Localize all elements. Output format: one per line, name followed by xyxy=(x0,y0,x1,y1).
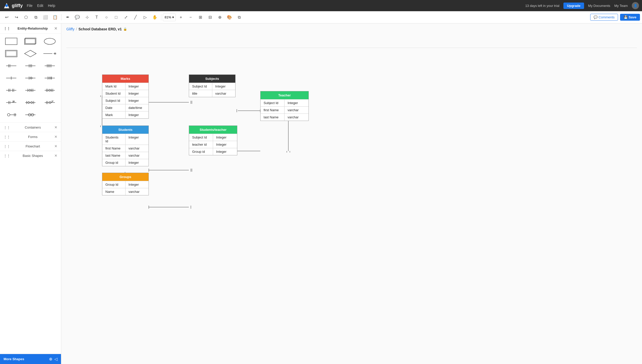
comment-tool[interactable]: 💬 xyxy=(73,13,82,22)
duplicate-button[interactable]: ⧉ xyxy=(31,13,40,22)
table-groups[interactable]: Groups Group Id Integer Name varchar xyxy=(102,173,149,195)
weak-entity-shape[interactable] xyxy=(3,48,20,59)
identifying-rel-shape[interactable] xyxy=(41,48,58,59)
containers-section-header[interactable]: ⋮⋮ Containers ✕ xyxy=(0,123,61,132)
pointer-tool[interactable]: ▷ xyxy=(141,13,150,22)
forms-section: ⋮⋮ Forms ✕ xyxy=(0,132,61,141)
cell: Integer xyxy=(126,134,149,145)
table-students-teacher[interactable]: Students/teacher Subject Id Integer teac… xyxy=(189,125,237,155)
cell: last Name xyxy=(102,152,126,159)
redo-button[interactable]: ↪ xyxy=(12,13,21,22)
table-students[interactable]: Students Students Id Integer first Name … xyxy=(102,125,149,166)
multi-entity-shape[interactable] xyxy=(22,36,39,46)
cell: first Name xyxy=(102,145,126,152)
breadcrumb-sep: / xyxy=(76,27,77,31)
more-shapes-bar[interactable]: More Shapes ⊕ ◁ xyxy=(0,354,61,364)
notation-4[interactable] xyxy=(3,73,20,83)
add-button[interactable]: ⊕ xyxy=(215,13,224,22)
save-button[interactable]: 💾 Save xyxy=(620,14,640,21)
sidebar-close-button[interactable]: ✕ xyxy=(54,26,57,31)
avatar[interactable]: 👤 xyxy=(632,2,639,9)
connector-tool[interactable]: ⤢ xyxy=(121,13,130,22)
groups-title: Groups xyxy=(119,175,131,179)
table-row: first Name varchar xyxy=(102,145,149,152)
cell: Integer xyxy=(126,111,149,118)
pen-tool[interactable]: ✒ xyxy=(63,13,72,22)
cell: teacher id xyxy=(189,141,213,148)
diamond-shape[interactable] xyxy=(22,48,39,59)
notation-8[interactable] xyxy=(22,85,39,95)
flowchart-section-header[interactable]: ⋮⋮ Flowchart ✕ xyxy=(0,142,61,151)
notation-6[interactable] xyxy=(41,73,58,83)
collapse-sidebar-icon[interactable]: ◁ xyxy=(54,357,57,361)
comments-label: Comments xyxy=(599,15,615,19)
notation-14[interactable] xyxy=(22,110,39,120)
notation-13[interactable] xyxy=(3,110,20,120)
add-shapes-icon[interactable]: ⊕ xyxy=(49,357,52,361)
notation-1[interactable] xyxy=(3,61,20,71)
undo-button[interactable]: ↩ xyxy=(2,13,11,22)
notation-10[interactable] xyxy=(3,97,20,108)
table-row: Date date/time xyxy=(102,104,149,111)
subjects-header: Subjects xyxy=(189,75,235,83)
notation-12[interactable] xyxy=(41,97,58,108)
color-button[interactable]: 🎨 xyxy=(225,13,234,22)
comments-button[interactable]: 💬 Comments xyxy=(590,14,618,21)
containers-close[interactable]: ✕ xyxy=(54,125,57,129)
paste-button[interactable]: 📋 xyxy=(51,13,60,22)
main: ⋮⋮ Entity-Relationship ✕ xyxy=(0,23,642,364)
flowchart-close[interactable]: ✕ xyxy=(54,144,57,148)
table-row: Group id Integer xyxy=(102,159,149,166)
hand-tool[interactable]: ✋ xyxy=(150,13,159,22)
my-documents-link[interactable]: My Documents xyxy=(588,4,610,8)
basic-shapes-close[interactable]: ✕ xyxy=(54,154,57,158)
containers-drag: ⋮⋮ xyxy=(4,125,10,129)
zoom-chevron: ▾ xyxy=(172,15,174,19)
forms-close[interactable]: ✕ xyxy=(54,135,57,139)
select-tool[interactable]: ⊹ xyxy=(82,13,92,22)
svg-rect-7 xyxy=(6,51,16,56)
notation-11[interactable] xyxy=(22,97,39,108)
cell: Subject Id xyxy=(102,97,126,104)
notation-7[interactable] xyxy=(3,85,20,95)
line-tool[interactable]: ╱ xyxy=(131,13,140,22)
ellipse-shape[interactable] xyxy=(41,36,58,46)
grid-button[interactable]: ⊟ xyxy=(205,13,215,22)
table-row: Mark Id Integer xyxy=(102,83,149,90)
logo[interactable]: gliffy xyxy=(3,2,23,9)
cell: Integer xyxy=(285,99,308,106)
fit-page-button[interactable]: ⊞ xyxy=(196,13,205,22)
svg-line-55 xyxy=(13,101,14,103)
diagram-title[interactable]: Database ERD xyxy=(66,36,637,46)
zoom-out-button[interactable]: − xyxy=(186,13,195,22)
entity-shape[interactable] xyxy=(3,36,20,46)
table-teacher[interactable]: Teacher Subject Id Integer first Name va… xyxy=(260,91,309,121)
table-subjects[interactable]: Subjects Subject Id Integer title varcha… xyxy=(189,74,236,97)
upgrade-button[interactable]: Upgrade xyxy=(563,3,584,9)
nav-help[interactable]: Help xyxy=(48,4,55,8)
my-team-link[interactable]: My Team xyxy=(614,4,628,8)
sidebar-bottom-icons: ⊕ ◁ xyxy=(49,357,57,361)
breadcrumb-root[interactable]: Gliffy xyxy=(66,27,75,31)
rect-tool[interactable]: □ xyxy=(112,13,121,22)
zoom-control[interactable]: 81% ▾ xyxy=(163,14,176,21)
export-button[interactable]: ⬡ xyxy=(21,13,31,22)
forms-section-header[interactable]: ⋮⋮ Forms ✕ xyxy=(0,132,61,141)
table-marks[interactable]: Marks Mark Id Integer Student Id Integer… xyxy=(102,74,149,119)
canvas[interactable]: Gliffy / School Database ERD, v1 🔒 Datab… xyxy=(61,23,642,364)
text-tool[interactable]: T xyxy=(92,13,101,22)
notation-9[interactable] xyxy=(41,85,58,95)
nav-file[interactable]: File xyxy=(27,4,33,8)
notation-2[interactable] xyxy=(22,61,39,71)
zoom-in-button[interactable]: + xyxy=(176,13,186,22)
copy-button[interactable]: ⬜ xyxy=(41,13,50,22)
title-underline xyxy=(66,48,637,48)
notation-3[interactable] xyxy=(41,61,58,71)
cell: Integer xyxy=(126,97,149,104)
nav-edit[interactable]: Edit xyxy=(37,4,43,8)
circle-tool[interactable]: ○ xyxy=(102,13,111,22)
basic-shapes-section-header[interactable]: ⋮⋮ Basic Shapes ✕ xyxy=(0,151,61,160)
svg-point-5 xyxy=(44,38,55,44)
layers-button[interactable]: ⧉ xyxy=(234,13,244,22)
notation-5[interactable] xyxy=(22,73,39,83)
